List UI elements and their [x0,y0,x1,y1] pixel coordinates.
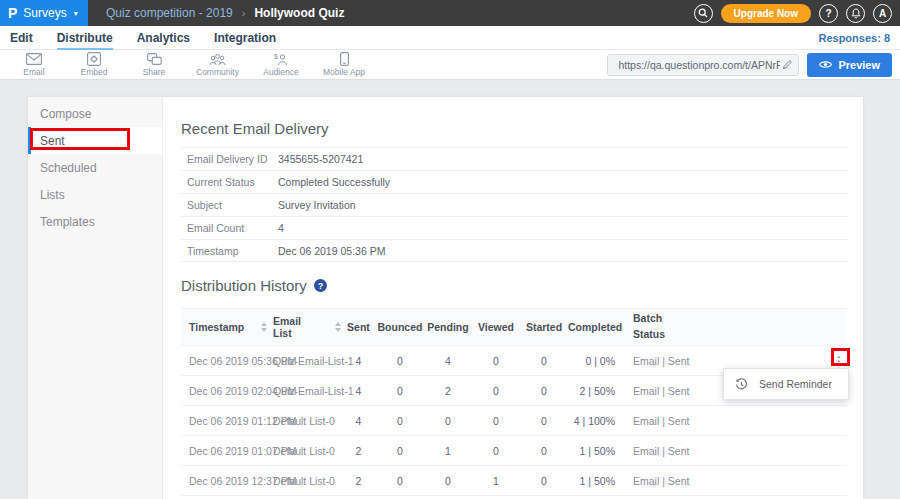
info-value: 4 [278,222,284,234]
col-email_list[interactable]: Email List [266,315,341,339]
preview-button[interactable]: Preview [807,53,892,77]
sidebar-item-label: Scheduled [40,161,97,175]
col-timestamp[interactable]: Timestamp [181,321,266,333]
sidebar-item-lists[interactable]: Lists [28,181,162,208]
cell-email_list: Default List-0 [266,475,341,487]
info-label: Timestamp [181,245,278,257]
table-row: Dec 06 2019 01:12 PMDefault List-0400004… [181,406,847,436]
toolbar-item-community[interactable]: Community [196,52,239,77]
search-icon[interactable] [694,4,713,23]
edit-url-pencil-icon[interactable] [782,59,793,70]
sent-content: Recent Email Delivery Email Delivery ID3… [163,97,863,499]
distribution-history-title: Distribution History [181,277,307,294]
toolbar-item-label: Email [23,67,44,77]
cell-pending: 0 [424,415,472,427]
svg-text:$: $ [274,53,278,60]
cell-bounced: 0 [376,475,424,487]
toolbar-item-label: Audience [263,67,298,77]
table-header-row: TimestampEmail ListSentBouncedPendingVie… [181,308,847,346]
notifications-bell-icon[interactable] [846,4,865,23]
info-value: Dec 06 2019 05:36 PM [278,245,385,257]
col-label: Pending [427,321,468,333]
questionpro-logo: P [8,6,17,20]
help-button[interactable]: ? [819,4,838,23]
toolbar-item-email[interactable]: Email [16,52,52,77]
col-label: Sent [347,321,370,333]
responses-count[interactable]: Responses: 8 [818,32,890,44]
info-label: Email Delivery ID [181,153,278,165]
cell-pending: 1 [424,445,472,457]
col-label: Bounced [378,321,423,333]
tab-label: Integration [214,31,276,45]
cell-completed: 0 | 0% [568,355,615,367]
cell-sent: 4 [341,355,376,367]
email-icon [26,52,42,66]
sidebar-item-compose[interactable]: Compose [28,100,162,127]
tab-analytics[interactable]: Analytics [137,31,190,45]
cell-started: 0 [520,385,568,397]
share-icon [147,52,162,66]
sidebar-item-templates[interactable]: Templates [28,208,162,235]
tab-integration[interactable]: Integration [214,31,276,45]
distribute-sidebar: ComposeSentScheduledListsTemplates [28,97,163,499]
sidebar-item-scheduled[interactable]: Scheduled [28,154,162,181]
cell-sent: 2 [341,445,376,457]
surveys-menu[interactable]: P Surveys ▾ [0,0,88,26]
cell-timestamp: Dec 06 2019 01:12 PM [181,415,266,427]
toolbar-item-label: Share [143,67,166,77]
tab-edit[interactable]: Edit [10,31,33,45]
tab-distribute[interactable]: Distribute [57,31,113,45]
cell-timestamp: Dec 06 2019 12:37 PM [181,475,266,487]
info-label: Email Count [181,222,278,234]
toolbar-item-label: Embed [81,67,108,77]
info-value: Completed Successfully [278,176,390,188]
info-value: 3455655-5207421 [278,153,363,165]
sidebar-item-label: Templates [40,215,95,229]
info-label: Subject [181,199,278,211]
embed-icon [87,52,101,66]
col-label: Email List [273,315,319,339]
breadcrumb-folder[interactable]: Quiz competition - 2019 [106,6,233,20]
cell-completed: 1 | 50% [568,445,615,457]
account-avatar[interactable]: A [873,4,892,23]
toolbar-item-share[interactable]: Share [136,52,172,77]
cell-batch_status: Email | Sent [615,355,743,367]
upgrade-now-button[interactable]: Upgrade Now [721,4,811,23]
send-reminder-menu-item[interactable]: Send Reminder [759,378,832,390]
col-started: Started [520,321,568,333]
sidebar-item-label: Sent [40,134,65,148]
row-context-menu: Send Reminder [723,368,849,400]
toolbar-item-audience[interactable]: $Audience [263,52,299,77]
reminder-icon [735,378,748,391]
sidebar-item-sent[interactable]: Sent [28,127,162,154]
info-label: Current Status [181,176,278,188]
sidebar-item-label: Compose [40,107,91,121]
toolbar-item-mobile-app[interactable]: Mobile App [323,52,365,77]
cell-started: 0 [520,475,568,487]
tab-label: Analytics [137,31,190,45]
col-label: Batch Status [633,311,679,343]
table-row: Dec 06 2019 12:37 PMDefault List-0200101… [181,466,847,496]
cell-batch_status: Email | Sent [615,445,743,457]
kebab-menu-icon[interactable]: ⋮ [831,355,847,367]
cell-sent: 4 [341,385,376,397]
help-question-icon[interactable]: ? [314,279,327,292]
community-icon [209,52,226,66]
table-row: Dec 06 2019 01:07 PMDefault List-0201001… [181,436,847,466]
recent-email-delivery-title: Recent Email Delivery [181,97,847,137]
survey-url-input[interactable] [616,58,782,72]
cell-email_list: Default List-0 [266,445,341,457]
chevron-down-icon: ▾ [74,9,78,18]
col-label: Timestamp [189,321,244,333]
cell-bounced: 0 [376,445,424,457]
col-sent: Sent [341,321,376,333]
toolbar-item-embed[interactable]: Embed [76,52,112,77]
top-header: P Surveys ▾ Quiz competition - 2019 › Ho… [0,0,900,26]
cell-sent: 2 [341,475,376,487]
info-row-email-delivery-id: Email Delivery ID3455655-5207421 [181,147,847,170]
distribute-toolbar: EmailEmbedShareCommunity$AudienceMobile … [0,50,900,80]
tab-label: Edit [10,31,33,45]
toolbar-item-label: Mobile App [323,67,365,77]
cell-email_list: Default List-0 [266,415,341,427]
cell-completed: 1 | 50% [568,475,615,487]
